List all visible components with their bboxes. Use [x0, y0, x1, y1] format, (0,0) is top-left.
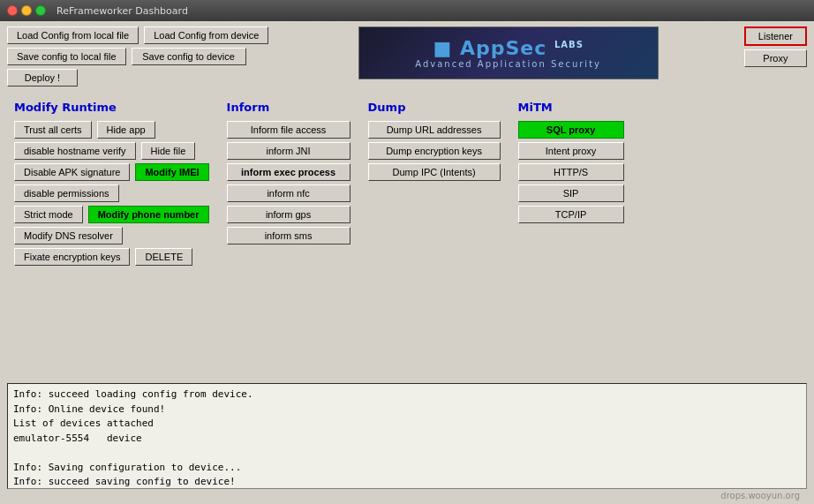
log-line: Info: succeed loading config from device… [13, 387, 801, 402]
logo-area: ■ AppSec LABS Advanced Application Secur… [284, 26, 731, 79]
hide-file-button[interactable]: Hide file [141, 142, 196, 160]
maximize-button[interactable] [35, 5, 46, 16]
https-button[interactable]: HTTP/S [518, 163, 624, 181]
logo-box: ■ AppSec LABS Advanced Application Secur… [358, 26, 659, 79]
inform-gps-button[interactable]: inform gps [227, 206, 350, 223]
window-title: ReFrameworker Dashboard [57, 5, 188, 17]
content-area: Modify Runtime Trust all certs Hide app … [0, 92, 814, 383]
inform-exec-process-button[interactable]: inform exec process [227, 163, 350, 181]
modify-row-6: Modify DNS resolver [14, 227, 209, 244]
strict-mode-button[interactable]: Strict mode [14, 206, 83, 223]
logo-icon: ■ [433, 37, 452, 59]
toolbar-row-2: Save config to local file Save config to… [7, 48, 268, 65]
minimize-button[interactable] [21, 5, 32, 16]
log-line: List of devices attached [13, 417, 801, 432]
dump-ipc-intents-button[interactable]: Dump IPC (Intents) [368, 163, 501, 181]
toolbar-left: Load Config from local file Load Config … [7, 26, 268, 87]
sql-proxy-button[interactable]: SQL proxy [518, 121, 624, 139]
log-line: emulator-5554 device [13, 432, 801, 447]
hide-app-button[interactable]: Hide app [97, 121, 155, 139]
load-config-local-button[interactable]: Load Config from local file [7, 26, 139, 44]
save-config-device-button[interactable]: Save config to device [132, 48, 246, 65]
inform-jni-button[interactable]: inform JNI [227, 142, 350, 160]
modify-row-7: Fixate encryption keys DELETE [14, 248, 209, 266]
inform-panel: Inform Inform file access inform JNI inf… [227, 101, 350, 374]
titlebar: ReFrameworker Dashboard [0, 0, 814, 21]
deploy-button[interactable]: Deploy ! [7, 69, 78, 87]
disable-apk-signature-button[interactable]: Disable APK signature [14, 163, 130, 181]
modify-row-5: Strict mode Modify phone number [14, 206, 209, 223]
inform-title: Inform [227, 101, 350, 114]
disable-hostname-verify-button[interactable]: disable hostname verify [14, 142, 136, 160]
toolbar-row-3: Deploy ! [7, 69, 268, 87]
dump-title: Dump [368, 101, 501, 114]
log-line [13, 446, 801, 461]
fixate-encryption-keys-button[interactable]: Fixate encryption keys [14, 248, 130, 266]
proxy-button[interactable]: Proxy [744, 49, 807, 67]
logo-subtitle: Advanced Application Security [415, 59, 601, 69]
sip-button[interactable]: SIP [518, 184, 624, 202]
logo-text: AppSec [460, 37, 546, 59]
tcpip-button[interactable]: TCP/IP [518, 206, 624, 223]
inform-file-access-button[interactable]: Inform file access [227, 121, 350, 139]
inform-buttons: Inform file access inform JNI inform exe… [227, 121, 350, 244]
modify-row-4: disable permissions [14, 184, 209, 202]
mitm-panel: MiTM SQL proxy Intent proxy HTTP/S SIP T… [518, 101, 624, 374]
inform-sms-button[interactable]: inform sms [227, 227, 350, 244]
sidebar-right: Listener Proxy [744, 26, 807, 67]
modify-runtime-buttons: Trust all certs Hide app disable hostnam… [14, 121, 209, 266]
log-line: Info: succeed saving config to device! [13, 475, 801, 489]
log-line: Info: Saving configuration to device... [13, 461, 801, 476]
logo-title: ■ AppSec LABS [433, 37, 583, 59]
watermark: drops.wooyun.org [0, 491, 807, 500]
modify-phone-number-button[interactable]: Modify phone number [88, 206, 209, 223]
toolbar-row-1: Load Config from local file Load Config … [7, 26, 268, 44]
modify-row-3: Disable APK signature Modify IMEI [14, 163, 209, 181]
modify-row-2: disable hostname verify Hide file [14, 142, 209, 160]
log-area[interactable]: Info: succeed loading config from device… [7, 383, 807, 489]
modify-runtime-panel: Modify Runtime Trust all certs Hide app … [14, 101, 209, 374]
save-config-local-button[interactable]: Save config to local file [7, 48, 126, 65]
mitm-buttons: SQL proxy Intent proxy HTTP/S SIP TCP/IP [518, 121, 624, 223]
delete-button[interactable]: DELETE [135, 248, 192, 266]
mitm-title: MiTM [518, 101, 624, 114]
trust-all-certs-button[interactable]: Trust all certs [14, 121, 92, 139]
dump-panel: Dump Dump URL addresses Dump encryption … [368, 101, 501, 374]
dump-buttons: Dump URL addresses Dump encryption keys … [368, 121, 501, 181]
disable-permissions-button[interactable]: disable permissions [14, 184, 119, 202]
dump-url-addresses-button[interactable]: Dump URL addresses [368, 121, 501, 139]
modify-imei-button[interactable]: Modify IMEI [135, 163, 208, 181]
listener-button[interactable]: Listener [744, 26, 807, 46]
dump-encryption-keys-button[interactable]: Dump encryption keys [368, 142, 501, 160]
window-controls[interactable] [7, 5, 46, 16]
close-button[interactable] [7, 5, 18, 16]
modify-runtime-title: Modify Runtime [14, 101, 209, 114]
load-config-device-button[interactable]: Load Config from device [144, 26, 268, 44]
logo-tag: LABS [554, 40, 584, 49]
toolbar: Load Config from local file Load Config … [0, 21, 814, 92]
main-window: Load Config from local file Load Config … [0, 21, 814, 504]
modify-row-1: Trust all certs Hide app [14, 121, 209, 139]
intent-proxy-button[interactable]: Intent proxy [518, 142, 624, 160]
inform-nfc-button[interactable]: inform nfc [227, 184, 350, 202]
modify-dns-resolver-button[interactable]: Modify DNS resolver [14, 227, 123, 244]
log-line: Info: Online device found! [13, 402, 801, 417]
